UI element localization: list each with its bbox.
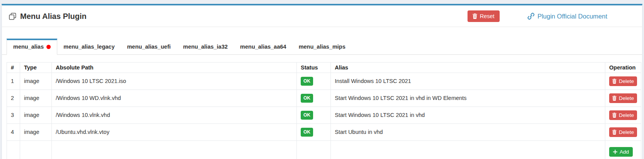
trash-icon: [612, 96, 617, 101]
trash-icon: [612, 130, 617, 135]
reset-button-label: Reset: [480, 13, 495, 19]
col-header-index: #: [7, 63, 20, 73]
delete-button[interactable]: Delete: [609, 110, 637, 120]
trash-icon: [612, 113, 617, 118]
delete-button-label: Delete: [619, 112, 634, 118]
tab-label: menu_alias_ia32: [183, 44, 228, 50]
tab-label: menu_alias_uefi: [127, 44, 171, 50]
cell-alias: Start Windows 10 LTSC 2021 in vhd: [331, 107, 605, 124]
add-row: Add: [7, 141, 641, 159]
delete-button-label: Delete: [619, 78, 634, 84]
tab-menu_alias_uefi[interactable]: menu_alias_uefi: [121, 39, 177, 55]
cell-path: /Windows 10.vlnk.vhd: [52, 107, 297, 124]
cell-operation: Delete: [605, 73, 641, 90]
cell-alias: [331, 141, 605, 159]
tab-label: menu_alias: [13, 44, 44, 50]
cell-status: OK: [297, 73, 331, 90]
col-header-type: Type: [20, 63, 52, 73]
status-badge: OK: [301, 77, 313, 86]
tab-menu_alias_mips[interactable]: menu_alias_mips: [293, 39, 352, 55]
status-badge: OK: [301, 94, 313, 103]
plugin-panel: Menu Alias Plugin Reset Plugin Official …: [2, 4, 642, 159]
delete-button[interactable]: Delete: [609, 93, 637, 103]
add-button-label: Add: [620, 149, 629, 155]
table-row: 1image/Windows 10 LTSC 2021.isoOKInstall…: [7, 73, 641, 90]
panel-header: Menu Alias Plugin Reset Plugin Official …: [2, 5, 642, 27]
delete-button-label: Delete: [619, 95, 634, 101]
table-row: 3image/Windows 10.vlnk.vhdOKStart Window…: [7, 107, 641, 124]
cell-type: [20, 141, 52, 159]
red-dot-icon: [46, 45, 51, 49]
cell-status: OK: [297, 90, 331, 107]
col-header-alias: Alias: [331, 63, 605, 73]
tab-menu_alias[interactable]: menu_alias: [7, 39, 57, 55]
trash-icon: [473, 14, 477, 19]
cell-operation: Delete: [605, 90, 641, 107]
cell-type: image: [20, 124, 52, 141]
trash-icon: [612, 79, 617, 84]
cell-status: OK: [297, 124, 331, 141]
reset-button[interactable]: Reset: [468, 10, 500, 22]
delete-button-label: Delete: [619, 129, 634, 135]
alias-table: # Type Absolute Path Status Alias Operat…: [7, 62, 641, 159]
cell-alias: Start Windows 10 LTSC 2021 in vhd in WD …: [331, 90, 605, 107]
tab-menu_alias_ia32[interactable]: menu_alias_ia32: [177, 39, 234, 55]
tab-label: menu_alias_legacy: [63, 44, 115, 50]
cell-alias: Install Windows 10 LTSC 2021: [331, 73, 605, 90]
tab-label: menu_alias_aa64: [240, 44, 286, 50]
delete-button[interactable]: Delete: [609, 76, 637, 86]
link-icon: [528, 13, 534, 20]
status-badge: OK: [301, 111, 313, 120]
cell-operation: Add: [605, 141, 641, 159]
cell-type: image: [20, 73, 52, 90]
col-header-operation: Operation: [605, 63, 641, 73]
page-title: Menu Alias Plugin: [20, 12, 468, 21]
plugin-doc-link[interactable]: Plugin Official Document: [528, 13, 607, 20]
cell-operation: Delete: [605, 124, 641, 141]
clone-icon: [9, 13, 16, 20]
table-header-row: # Type Absolute Path Status Alias Operat…: [7, 63, 641, 73]
tab-label: menu_alias_mips: [299, 44, 346, 50]
cell-status: [297, 141, 331, 159]
plugin-doc-link-label: Plugin Official Document: [538, 13, 607, 20]
col-header-path: Absolute Path: [52, 63, 297, 73]
cell-alias: Start Ubuntu in vhd: [331, 124, 605, 141]
cell-index: 1: [7, 73, 20, 90]
table-row: 2image/Windows 10 WD.vlnk.vhdOKStart Win…: [7, 90, 641, 107]
col-header-status: Status: [297, 63, 331, 73]
cell-type: image: [20, 90, 52, 107]
cell-operation: Delete: [605, 107, 641, 124]
cell-status: OK: [297, 107, 331, 124]
cell-index: 2: [7, 90, 20, 107]
tab-menu_alias_aa64[interactable]: menu_alias_aa64: [234, 39, 292, 55]
cell-path: /Ubuntu.vhd.vlnk.vtoy: [52, 124, 297, 141]
add-button[interactable]: Add: [609, 147, 633, 157]
cell-index: 4: [7, 124, 20, 141]
cell-index: [7, 141, 20, 159]
cell-path: /Windows 10 WD.vlnk.vhd: [52, 90, 297, 107]
table-row: 4image/Ubuntu.vhd.vlnk.vtoyOKStart Ubunt…: [7, 124, 641, 141]
cell-path: /Windows 10 LTSC 2021.iso: [52, 73, 297, 90]
cell-path: [52, 141, 297, 159]
delete-button[interactable]: Delete: [609, 127, 637, 137]
cell-index: 3: [7, 107, 20, 124]
tab-menu_alias_legacy[interactable]: menu_alias_legacy: [57, 39, 121, 55]
status-badge: OK: [301, 128, 313, 137]
plus-icon: [613, 150, 617, 154]
cell-type: image: [20, 107, 52, 124]
tab-bar: menu_alias menu_alias_legacy menu_alias_…: [2, 39, 642, 55]
